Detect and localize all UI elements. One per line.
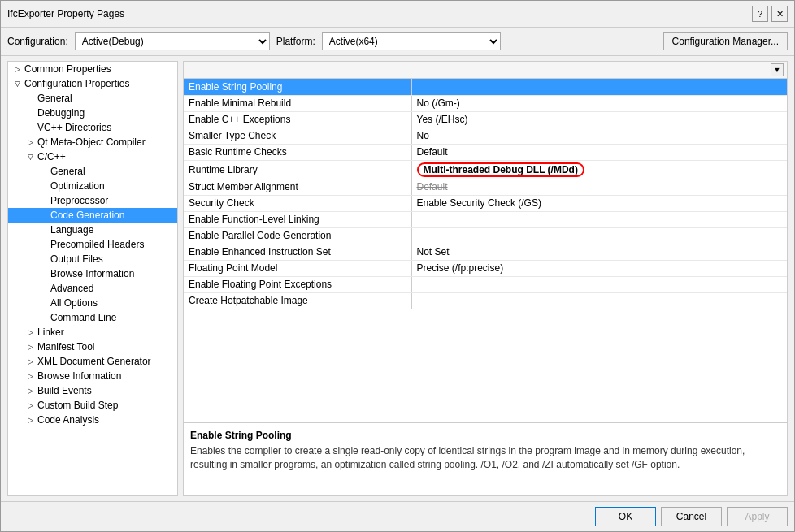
prop-value — [411, 227, 787, 244]
prop-value: Default — [411, 144, 787, 160]
tree-item-label: Browse Information — [37, 370, 121, 382]
tree-item-custom-build-step[interactable]: ▷Custom Build Step — [8, 398, 177, 413]
apply-button[interactable]: Apply — [727, 507, 788, 526]
tree-expand-icon[interactable]: ▷ — [24, 136, 36, 148]
configuration-select[interactable]: Active(Debug) — [75, 32, 270, 50]
tree-item-browse-information[interactable]: Browse Information — [8, 266, 177, 281]
tree-item-common-properties[interactable]: ▷Common Properties — [8, 62, 177, 76]
tree-expand-icon[interactable]: ▷ — [24, 414, 36, 426]
prop-value: No — [411, 128, 787, 144]
table-row[interactable]: Enable C++ ExceptionsYes (/EHsc) — [184, 111, 787, 128]
tree-item-build-events[interactable]: ▷Build Events — [8, 383, 177, 398]
tree-expand-placeholder — [37, 166, 49, 177]
prop-name: Enable String Pooling — [184, 79, 411, 95]
table-row[interactable]: Create Hotpatchable Image — [184, 292, 787, 309]
tree-item-cpp[interactable]: ▽C/C++ — [8, 149, 177, 164]
table-row[interactable]: Enable Parallel Code Generation — [184, 227, 787, 244]
close-button[interactable]: ✕ — [771, 6, 788, 22]
tree-expand-placeholder — [37, 312, 49, 323]
tree-item-general[interactable]: General — [8, 91, 177, 106]
tree-item-precompiled-headers[interactable]: Precompiled Headers — [8, 237, 177, 252]
platform-select[interactable]: Active(x64) — [322, 32, 501, 50]
tree-expand-placeholder — [37, 283, 49, 294]
bottom-bar: OK Cancel Apply — [1, 501, 794, 531]
tree-item-command-line[interactable]: Command Line — [8, 310, 177, 325]
description-title: Enable String Pooling — [190, 430, 780, 441]
table-row[interactable]: Enable Enhanced Instruction SetNot Set — [184, 244, 787, 260]
tree-expand-placeholder — [37, 210, 49, 221]
highlighted-value: Multi-threaded Debug DLL (/MDd) — [417, 162, 584, 177]
tree-item-manifest-tool[interactable]: ▷Manifest Tool — [8, 340, 177, 354]
prop-name: Runtime Library — [184, 160, 411, 179]
tree-expand-icon[interactable]: ▷ — [24, 400, 36, 411]
ok-button[interactable]: OK — [595, 507, 656, 526]
tree-item-label: General — [50, 166, 85, 177]
tree-item-all-options[interactable]: All Options — [8, 296, 177, 310]
tree-expand-placeholder — [37, 195, 49, 206]
tree-expand-placeholder — [24, 107, 36, 119]
tree-item-language[interactable]: Language — [8, 223, 177, 237]
toolbar: Configuration: Active(Debug) Platform: A… — [1, 28, 794, 56]
tree-expand-icon[interactable]: ▷ — [24, 370, 36, 382]
table-row[interactable]: Security CheckEnable Security Check (/GS… — [184, 195, 787, 211]
tree-item-optimization[interactable]: Optimization — [8, 179, 177, 193]
description-text: Enables the compiler to create a single … — [190, 444, 780, 472]
tree-expand-placeholder — [24, 93, 36, 104]
config-manager-button[interactable]: Configuration Manager... — [663, 32, 788, 50]
tree-item-vc-directories[interactable]: VC++ Directories — [8, 120, 177, 135]
tree-expand-placeholder — [24, 122, 36, 133]
help-button[interactable]: ? — [752, 6, 768, 22]
tree-item-label: Custom Build Step — [37, 400, 118, 411]
prop-name: Enable Floating Point Exceptions — [184, 276, 411, 292]
tree-item-linker[interactable]: ▷Linker — [8, 325, 177, 340]
tree-item-label: Optimization — [50, 180, 105, 192]
table-row[interactable]: Enable String Pooling — [184, 79, 787, 95]
prop-name: Enable Function-Level Linking — [184, 211, 411, 227]
tree-expand-icon[interactable]: ▷ — [24, 356, 36, 367]
table-row[interactable]: Floating Point ModelPrecise (/fp:precise… — [184, 260, 787, 276]
tree-expand-placeholder — [37, 180, 49, 192]
window-title: IfcExporter Property Pages — [7, 8, 124, 19]
tree-item-qt-meta-object[interactable]: ▷Qt Meta-Object Compiler — [8, 135, 177, 149]
props-scroll-button[interactable]: ▼ — [771, 63, 784, 76]
tree-item-label: C/C++ — [37, 151, 66, 162]
tree-item-label: Qt Meta-Object Compiler — [37, 136, 146, 148]
prop-value — [411, 276, 787, 292]
prop-name: Struct Member Alignment — [184, 179, 411, 195]
tree-expand-icon[interactable]: ▽ — [11, 78, 23, 89]
tree-item-code-generation[interactable]: Code Generation — [8, 208, 177, 223]
tree-item-label: All Options — [50, 297, 98, 309]
tree-expand-icon[interactable]: ▽ — [24, 151, 36, 162]
tree-item-advanced[interactable]: Advanced — [8, 281, 177, 296]
table-row[interactable]: Enable Floating Point Exceptions — [184, 276, 787, 292]
prop-name: Floating Point Model — [184, 260, 411, 276]
properties-table: Enable String PoolingEnable Minimal Rebu… — [184, 79, 787, 309]
table-row[interactable]: Runtime LibraryMulti-threaded Debug DLL … — [184, 160, 787, 179]
cancel-button[interactable]: Cancel — [661, 507, 722, 526]
table-row[interactable]: Basic Runtime ChecksDefault — [184, 144, 787, 160]
tree-item-label: XML Document Generator — [37, 356, 151, 367]
tree-expand-icon[interactable]: ▷ — [24, 327, 36, 338]
prop-value: Multi-threaded Debug DLL (/MDd) — [411, 160, 787, 179]
table-row[interactable]: Smaller Type CheckNo — [184, 128, 787, 144]
tree-item-label: Build Events — [37, 385, 92, 396]
tree-expand-icon[interactable]: ▷ — [24, 385, 36, 396]
table-row[interactable]: Enable Minimal RebuildNo (/Gm-) — [184, 95, 787, 111]
tree-item-output-files[interactable]: Output Files — [8, 252, 177, 266]
main-window: IfcExporter Property Pages ? ✕ Configura… — [0, 0, 795, 532]
table-row[interactable]: Struct Member AlignmentDefault — [184, 179, 787, 195]
tree-item-code-analysis[interactable]: ▷Code Analysis — [8, 413, 177, 427]
prop-value — [411, 292, 787, 309]
tree-item-browse-info[interactable]: ▷Browse Information — [8, 369, 177, 383]
table-row[interactable]: Enable Function-Level Linking — [184, 211, 787, 227]
tree-item-configuration-properties[interactable]: ▽Configuration Properties — [8, 76, 177, 91]
tree-item-cpp-general[interactable]: General — [8, 164, 177, 179]
tree-item-label: Linker — [37, 327, 64, 338]
tree-item-preprocessor[interactable]: Preprocessor — [8, 193, 177, 208]
tree-expand-icon[interactable]: ▷ — [24, 341, 36, 353]
prop-value: No (/Gm-) — [411, 95, 787, 111]
tree-expand-icon[interactable]: ▷ — [11, 63, 23, 75]
tree-item-xml-doc-gen[interactable]: ▷XML Document Generator — [8, 354, 177, 369]
tree-item-label: Debugging — [37, 107, 85, 119]
tree-item-debugging[interactable]: Debugging — [8, 106, 177, 120]
